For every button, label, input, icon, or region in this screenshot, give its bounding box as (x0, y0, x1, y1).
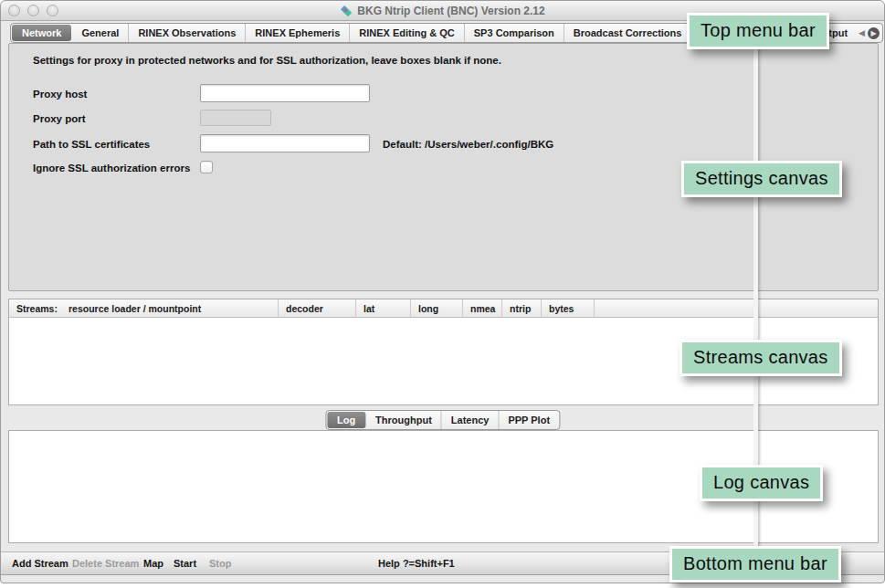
streams-caption: Streams: (16, 303, 58, 314)
annotation-bottom-menu-bar: Bottom menu bar (669, 546, 841, 583)
ssl-path-label: Path to SSL certificates (33, 139, 150, 150)
tab-rinex-ephemeris[interactable]: RINEX Ephemeris (246, 24, 350, 42)
tab-log[interactable]: Log (327, 412, 365, 428)
log-tab-bar: Log Throughput Latency PPP Plot (325, 410, 560, 430)
tab-throughput[interactable]: Throughput (366, 411, 442, 429)
column-header-mountpoint[interactable]: Streams: resource loader / mountpoint (9, 299, 279, 317)
proxy-port-input (200, 110, 271, 126)
ssl-default-path-text: Default: /Users/weber/.config/BKG (383, 139, 553, 150)
tab-sp3-comparison[interactable]: SP3 Comparison (465, 24, 564, 42)
tab-broadcast-corrections[interactable]: Broadcast Corrections (564, 24, 692, 42)
tab-rinex-observations[interactable]: RINEX Observations (129, 24, 246, 42)
bnc-app-icon (340, 5, 353, 17)
tab-rinex-editing-qc[interactable]: RINEX Editing & QC (350, 24, 465, 42)
add-stream-button[interactable]: Add Stream (12, 552, 68, 574)
annotation-settings-canvas: Settings canvas (681, 161, 842, 197)
annotation-log-canvas: Log canvas (700, 465, 823, 501)
window-title: BKG Ntrip Client (BNC) Version 2.12 (357, 5, 544, 17)
column-header-ntrip[interactable]: ntrip (502, 299, 542, 317)
ignore-ssl-checkbox[interactable] (200, 161, 213, 173)
column-header-bytes[interactable]: bytes (542, 299, 595, 317)
column-header-nmea[interactable]: nmea (463, 299, 502, 317)
column-header-long[interactable]: long (411, 299, 463, 317)
help-shortcut-text: Help ?=Shift+F1 (378, 552, 455, 574)
proxy-port-label: Proxy port (33, 113, 86, 124)
mountpoint-header-label: resource loader / mountpoint (68, 303, 201, 314)
streams-header-row: Streams: resource loader / mountpoint de… (9, 299, 878, 318)
annotation-streams-canvas: Streams canvas (680, 340, 842, 376)
scroll-right-icon[interactable]: ▶ (868, 27, 880, 39)
ignore-ssl-label: Ignore SSL authorization errors (33, 163, 190, 173)
tab-latency[interactable]: Latency (442, 411, 500, 429)
delete-stream-button: Delete Stream (72, 552, 139, 574)
tab-network[interactable]: Network (12, 25, 71, 41)
tab-general[interactable]: General (72, 24, 129, 42)
column-header-filler (595, 299, 878, 317)
ssl-path-input[interactable] (200, 134, 370, 152)
settings-intro-text: Settings for proxy in protected networks… (33, 55, 501, 66)
map-button[interactable]: Map (143, 552, 163, 574)
scroll-left-icon[interactable]: ◀ (859, 28, 865, 37)
proxy-host-input[interactable] (200, 84, 370, 102)
annotation-top-menu-bar: Top menu bar (687, 13, 829, 49)
proxy-host-label: Proxy host (33, 89, 87, 100)
tab-ppp-plot[interactable]: PPP Plot (499, 411, 559, 429)
tab-scroll-buttons: ◀ ▶ (857, 24, 882, 42)
start-button[interactable]: Start (174, 552, 196, 574)
stop-button: Stop (209, 552, 231, 574)
column-header-lat[interactable]: lat (356, 299, 411, 317)
column-header-decoder[interactable]: decoder (279, 299, 356, 317)
